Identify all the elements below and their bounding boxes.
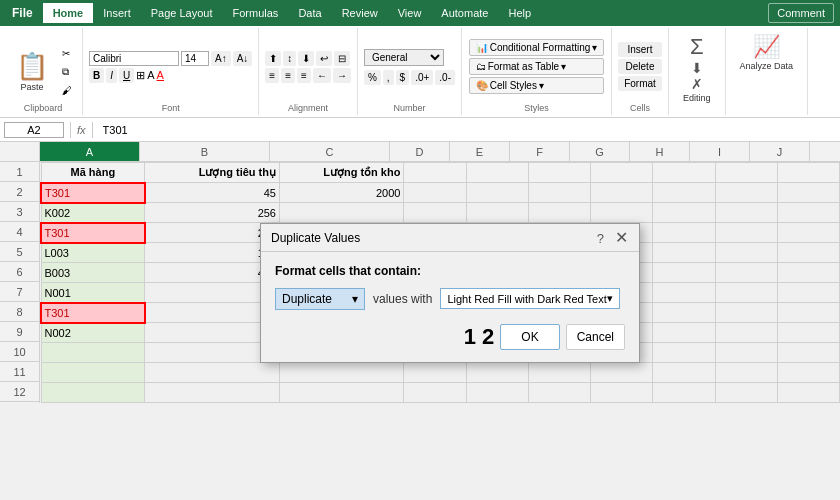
cell-9-8[interactable] [715, 323, 777, 343]
cell-5-9[interactable] [777, 243, 839, 263]
decrease-indent-button[interactable]: ← [313, 68, 331, 83]
col-j-header[interactable]: J [750, 142, 810, 161]
cell-3-8[interactable] [715, 203, 777, 223]
cell-11-9[interactable] [777, 363, 839, 383]
cell-7-7[interactable] [653, 283, 715, 303]
cell-a-9[interactable]: N002 [41, 323, 145, 343]
tab-home[interactable]: Home [43, 3, 94, 23]
align-top-button[interactable]: ⬆ [265, 51, 281, 66]
tab-help[interactable]: Help [498, 3, 541, 23]
cell-a-3[interactable]: K002 [41, 203, 145, 223]
formula-input[interactable] [99, 123, 836, 137]
tab-view[interactable]: View [388, 3, 432, 23]
percent-button[interactable]: % [364, 70, 381, 85]
col-e-header[interactable]: E [450, 142, 510, 161]
cell-5-7[interactable] [653, 243, 715, 263]
cell-3-9[interactable] [777, 203, 839, 223]
cell-c-3[interactable] [279, 203, 403, 223]
cell-11-3[interactable] [404, 363, 466, 383]
tab-data[interactable]: Data [288, 3, 331, 23]
comment-button[interactable]: Comment [768, 3, 834, 23]
increase-decimal-button[interactable]: .0+ [411, 70, 433, 85]
currency-button[interactable]: $ [396, 70, 410, 85]
col-d-header[interactable]: D [390, 142, 450, 161]
cell-5-8[interactable] [715, 243, 777, 263]
cell-a-12[interactable] [41, 383, 145, 403]
cell-b-2[interactable]: 45 [145, 183, 280, 203]
cell-2-8[interactable] [715, 183, 777, 203]
align-left-button[interactable]: ≡ [265, 68, 279, 83]
col-g-header[interactable]: G [570, 142, 630, 161]
cell-11-6[interactable] [591, 363, 653, 383]
col-i-header[interactable]: I [690, 142, 750, 161]
ok-button[interactable]: OK [500, 324, 559, 350]
cell-a-8[interactable]: T301 [41, 303, 145, 323]
bold-button[interactable]: B [89, 68, 104, 83]
col-f-header[interactable]: F [510, 142, 570, 161]
cell-a-5[interactable]: L003 [41, 243, 145, 263]
cell-11-4[interactable] [466, 363, 528, 383]
cell-2-6[interactable] [591, 183, 653, 203]
align-bottom-button[interactable]: ⬇ [298, 51, 314, 66]
cell-b-11[interactable] [145, 363, 280, 383]
cell-10-8[interactable] [715, 343, 777, 363]
format-painter-button[interactable]: 🖌 [58, 83, 76, 98]
cell-3-4[interactable] [466, 203, 528, 223]
cell-a-2[interactable]: T301 [41, 183, 145, 203]
cell-9-9[interactable] [777, 323, 839, 343]
duplicate-type-select[interactable]: Duplicate ▾ [275, 288, 365, 310]
wrap-text-button[interactable]: ↩ [316, 51, 332, 66]
duplicate-values-dialog[interactable]: Duplicate Values ? ✕ Format cells that c… [260, 223, 640, 363]
cell-6-7[interactable] [653, 263, 715, 283]
cut-button[interactable]: ✂ [58, 46, 76, 61]
font-size-input[interactable] [181, 51, 209, 66]
italic-button[interactable]: I [106, 68, 117, 83]
cell-12-9[interactable] [777, 383, 839, 403]
cell-4-7[interactable] [653, 223, 715, 243]
conditional-formatting-button[interactable]: 📊 Conditional Formatting ▾ [469, 39, 605, 56]
cell-b-12[interactable] [145, 383, 280, 403]
cell-2-7[interactable] [653, 183, 715, 203]
cell-11-5[interactable] [528, 363, 590, 383]
format-cells-button[interactable]: Format [618, 76, 662, 91]
tab-review[interactable]: Review [332, 3, 388, 23]
align-right-button[interactable]: ≡ [297, 68, 311, 83]
cell-10-7[interactable] [653, 343, 715, 363]
cell-a-11[interactable] [41, 363, 145, 383]
cell-2-3[interactable] [404, 183, 466, 203]
col-b-header[interactable]: B [140, 142, 270, 161]
cell-11-8[interactable] [715, 363, 777, 383]
cell-4-8[interactable] [715, 223, 777, 243]
insert-cells-button[interactable]: Insert [618, 42, 662, 57]
number-format-select[interactable]: General Number Currency [364, 49, 444, 66]
cell-11-7[interactable] [653, 363, 715, 383]
cell-a-6[interactable]: B003 [41, 263, 145, 283]
cell-10-9[interactable] [777, 343, 839, 363]
cell-12-6[interactable] [591, 383, 653, 403]
dialog-help-button[interactable]: ? [593, 230, 608, 247]
decrease-decimal-button[interactable]: .0- [435, 70, 455, 85]
cell-2-5[interactable] [528, 183, 590, 203]
cell-4-9[interactable] [777, 223, 839, 243]
tab-page-layout[interactable]: Page Layout [141, 3, 223, 23]
cell-6-8[interactable] [715, 263, 777, 283]
cell-a-4[interactable]: T301 [41, 223, 145, 243]
underline-button[interactable]: U [119, 68, 134, 83]
cell-7-9[interactable] [777, 283, 839, 303]
cell-3-6[interactable] [591, 203, 653, 223]
cell-8-8[interactable] [715, 303, 777, 323]
cell-2-9[interactable] [777, 183, 839, 203]
cell-a-7[interactable]: N001 [41, 283, 145, 303]
cell-3-5[interactable] [528, 203, 590, 223]
cell-c-12[interactable] [279, 383, 403, 403]
cell-9-7[interactable] [653, 323, 715, 343]
cell-12-7[interactable] [653, 383, 715, 403]
cell-12-5[interactable] [528, 383, 590, 403]
cell-7-8[interactable] [715, 283, 777, 303]
font-name-input[interactable] [89, 51, 179, 66]
comma-button[interactable]: , [383, 70, 394, 85]
copy-button[interactable]: ⧉ [58, 64, 76, 80]
format-table-button[interactable]: 🗂 Format as Table ▾ [469, 58, 605, 75]
increase-font-button[interactable]: A↑ [211, 51, 231, 66]
tab-automate[interactable]: Automate [431, 3, 498, 23]
